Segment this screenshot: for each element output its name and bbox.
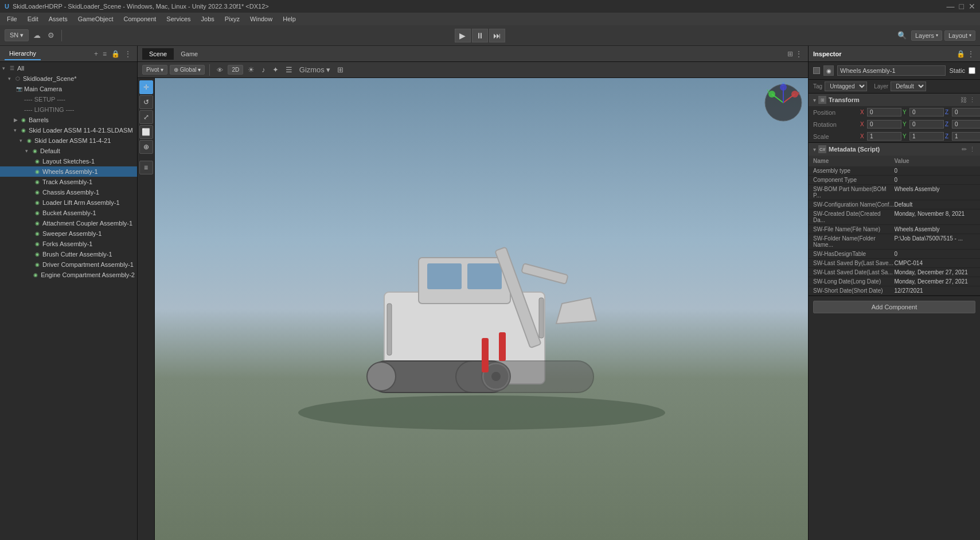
metadata-row-long-date[interactable]: SW-Long Date(Long Date) Monday, December…: [809, 277, 980, 286]
hierarchy-item-layout-sketches[interactable]: ◉ Layout Sketches-1: [0, 156, 137, 166]
hierarchy-item-track-assembly[interactable]: ◉ Track Assembly-1: [0, 177, 137, 187]
hierarchy-item-driver-compartment[interactable]: ◉ Driver Compartment Assembly-1: [0, 259, 137, 270]
menu-services[interactable]: Services: [162, 14, 195, 24]
menu-pixyz[interactable]: Pixyz: [220, 14, 244, 24]
metadata-row-component-type[interactable]: Component Type 0: [809, 176, 980, 185]
hierarchy-tab[interactable]: Hierarchy: [5, 48, 41, 60]
layers-dropdown[interactable]: Layers ▾: [911, 30, 942, 41]
scale-y-field[interactable]: [909, 132, 944, 141]
rotate-tool-button[interactable]: ↺: [139, 95, 153, 109]
menu-window[interactable]: Window: [245, 14, 277, 24]
scale-tool-button[interactable]: ⤢: [139, 110, 153, 124]
metadata-row-folder-name[interactable]: SW-Folder Name(Folder Name... P:\Job Dat…: [809, 234, 980, 250]
add-component-button[interactable]: Add Component: [813, 301, 975, 313]
inspector-lock-button[interactable]: 🔒: [955, 49, 966, 59]
position-x-field[interactable]: [867, 108, 901, 116]
hierarchy-item-all[interactable]: ▾ ☰ All: [0, 63, 137, 73]
metadata-row-last-saved-by[interactable]: SW-Last Saved By(Last Save... CMPC-014: [809, 259, 980, 268]
metadata-edit-button[interactable]: ✏: [962, 146, 967, 153]
account-button[interactable]: SN ▾: [5, 29, 29, 41]
inspector-more-button[interactable]: ⋮: [966, 49, 975, 59]
menu-jobs[interactable]: Jobs: [197, 14, 219, 24]
settings-icon[interactable]: ⚙: [45, 30, 57, 41]
pause-button[interactable]: ⏸: [472, 29, 488, 42]
hierarchy-item-main-camera[interactable]: 📷 Main Camera: [0, 84, 137, 94]
2d-button[interactable]: 2D: [228, 65, 243, 75]
tag-dropdown[interactable]: Untagged: [825, 81, 867, 91]
maximize-button[interactable]: □: [959, 2, 964, 11]
metadata-row-short-date[interactable]: SW-Short Date(Short Date) 12/27/2021: [809, 286, 980, 296]
static-checkbox[interactable]: [969, 67, 975, 74]
play-button[interactable]: ▶: [455, 29, 471, 42]
hierarchy-more-button[interactable]: ⋮: [123, 49, 132, 59]
metadata-row-assembly-type[interactable]: Assembly type 0: [809, 166, 980, 176]
metadata-row-created-date[interactable]: SW-Created Date(Created Da... Monday, No…: [809, 209, 980, 225]
hierarchy-item-lighting[interactable]: ---- LIGHTING ----: [0, 104, 137, 115]
hierarchy-item-sweeper-assembly[interactable]: ◉ Sweeper Assembly-1: [0, 228, 137, 239]
position-y-field[interactable]: [909, 108, 944, 116]
metadata-menu-button[interactable]: ⋮: [969, 146, 975, 153]
camera-icon2[interactable]: ⊞: [335, 64, 346, 75]
menu-gameobject[interactable]: GameObject: [73, 14, 118, 24]
scale-z-field[interactable]: [952, 132, 980, 141]
object-active-checkbox[interactable]: [813, 67, 820, 74]
rotation-y-field[interactable]: [909, 120, 944, 129]
object-name-field[interactable]: [837, 65, 946, 76]
menu-edit[interactable]: Edit: [23, 14, 43, 24]
hierarchy-item-skidloader-sldasm[interactable]: ▾ ◉ Skid Loader ASSM 11-4-21.SLDASM: [0, 125, 137, 135]
search-icon[interactable]: 🔍: [895, 30, 909, 41]
custom-tool-button[interactable]: ≡: [139, 161, 153, 174]
step-button[interactable]: ⏭: [489, 29, 505, 42]
position-z-field[interactable]: [952, 108, 980, 116]
global-dropdown[interactable]: ⊕ Global ▾: [170, 65, 205, 75]
scene-more-button[interactable]: ⋮: [794, 49, 803, 59]
rotation-x-field[interactable]: [867, 120, 901, 129]
metadata-row-last-saved-date[interactable]: SW-Last Saved Date(Last Sa... Monday, De…: [809, 268, 980, 277]
move-tool-button[interactable]: ✛: [139, 80, 153, 94]
metadata-row-file-name[interactable]: SW-File Name(File Name) Wheels Assembly: [809, 225, 980, 234]
gizmos-dropdown[interactable]: Gizmos ▾: [297, 64, 333, 75]
menu-component[interactable]: Component: [119, 14, 161, 24]
hierarchy-item-default[interactable]: ▾ ◉ Default: [0, 146, 137, 156]
audio-icon[interactable]: ♪: [259, 64, 268, 75]
hierarchy-item-scene[interactable]: ▾ ⬡ Skidloader_Scene*: [0, 73, 137, 84]
transform-link-icon[interactable]: ⛓: [961, 96, 967, 104]
hierarchy-item-loader-lift-arm[interactable]: ◉ Loader Lift Arm Assembly-1: [0, 197, 137, 208]
minimize-button[interactable]: —: [947, 2, 955, 11]
metadata-row-design-table[interactable]: SW-HasDesignTable 0: [809, 250, 980, 259]
menu-assets[interactable]: Assets: [44, 14, 72, 24]
transform-menu-button[interactable]: ⋮: [969, 96, 975, 104]
metadata-row-config-name[interactable]: SW-Configuration Name(Conf... Default: [809, 200, 980, 209]
hierarchy-item-setup[interactable]: ---- SETUP ----: [0, 94, 137, 104]
close-button[interactable]: ✕: [969, 2, 975, 11]
hierarchy-item-forks-assembly[interactable]: ◉ Forks Assembly-1: [0, 239, 137, 249]
hierarchy-lock-button[interactable]: 🔒: [110, 49, 121, 59]
scene-view[interactable]: ✛ ↺ ⤢ ⬜ ⊕ ≡: [138, 78, 808, 540]
game-tab[interactable]: Game: [174, 48, 205, 60]
layer-dropdown[interactable]: Default: [891, 81, 926, 91]
hierarchy-item-barrels[interactable]: ▶ ◉ Barrels: [0, 115, 137, 125]
hierarchy-item-skidloader[interactable]: ▾ ◉ Skid Loader ASSM 11-4-21: [0, 135, 137, 146]
hierarchy-item-attachment-coupler[interactable]: ◉ Attachment Coupler Assembly-1: [0, 218, 137, 228]
scene-view-options[interactable]: ☰: [283, 64, 295, 75]
rect-tool-button[interactable]: ⬜: [139, 125, 153, 139]
scene-maximize-button[interactable]: ⊞: [786, 49, 794, 59]
cloud-icon[interactable]: ☁: [31, 30, 43, 41]
metadata-row-bom-part[interactable]: SW-BOM Part Number(BOM P... Wheels Assem…: [809, 185, 980, 200]
hierarchy-menu-button[interactable]: ≡: [101, 49, 108, 59]
scale-x-field[interactable]: [867, 132, 901, 141]
hierarchy-item-engine-compartment[interactable]: ◉ Engine Compartment Assembly-2: [0, 270, 137, 280]
fx-icon[interactable]: ✦: [270, 64, 281, 75]
metadata-section-header[interactable]: ▾ C# Metadata (Script) ✏ ⋮: [809, 143, 980, 156]
pivot-dropdown[interactable]: Pivot ▾: [142, 65, 167, 75]
lighting-icon[interactable]: ☀: [245, 64, 257, 75]
rotation-z-field[interactable]: [952, 120, 980, 129]
hierarchy-add-button[interactable]: +: [93, 49, 99, 59]
transform-section-header[interactable]: ▾ ⊞ Transform ⛓ ⋮: [809, 94, 980, 106]
hierarchy-item-chassis-assembly[interactable]: ◉ Chassis Assembly-1: [0, 187, 137, 197]
layout-dropdown[interactable]: Layout ▾: [944, 30, 975, 41]
scene-tab[interactable]: Scene: [142, 48, 174, 60]
menu-help[interactable]: Help: [278, 14, 300, 24]
titlebar-right[interactable]: — □ ✕: [947, 2, 975, 11]
hierarchy-item-bucket-assembly[interactable]: ◉ Bucket Assembly-1: [0, 208, 137, 218]
